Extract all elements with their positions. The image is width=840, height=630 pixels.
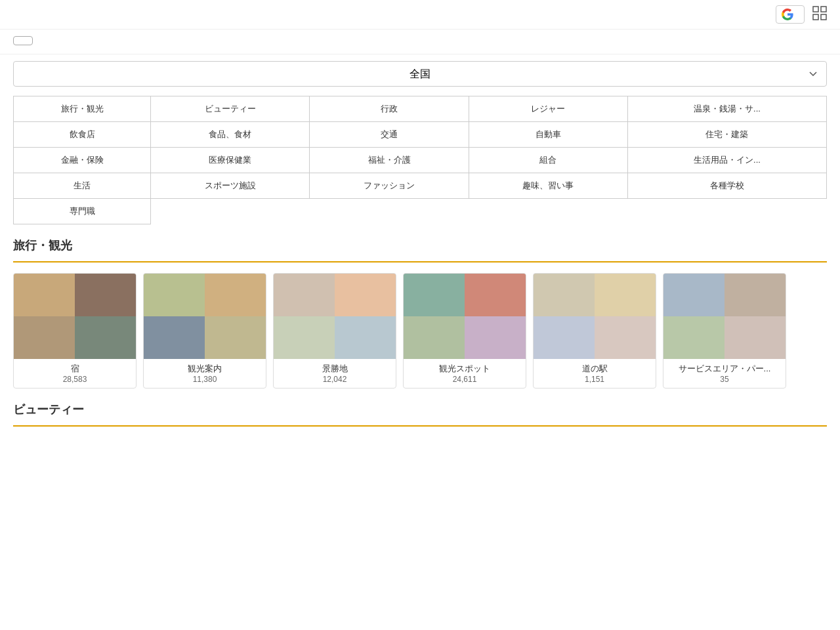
card-name: 観光スポット [409,363,520,375]
category-cell[interactable] [310,199,469,224]
card-info: サービスエリア・パー...35 [663,359,786,388]
card-image-quadrant-4 [595,316,656,359]
category-cell[interactable]: 食品、食材 [151,122,310,148]
card-image [404,274,526,359]
category-cell[interactable]: 金融・保険 [14,148,151,173]
card[interactable]: 宿28,583 [13,273,136,388]
category-cell[interactable]: 住宅・建築 [627,122,826,148]
card-count: 12,042 [279,375,390,384]
card-image-quadrant-1 [14,274,75,316]
card-image-quadrant-4 [335,316,396,359]
svg-rect-1 [821,7,826,12]
section-divider [13,425,827,427]
card-info: 観光スポット24,611 [404,359,526,388]
region-select[interactable]: 全国 北海道 東北 関東 中部 近畿 中国 四国 九州・沖縄 [13,61,827,87]
category-cell[interactable] [469,199,627,224]
category-cell[interactable]: ビューティー [151,96,310,122]
language-selector[interactable] [776,5,805,24]
card-image [534,274,656,359]
section-travel: 旅行・観光宿28,583観光案内11,380景勝地12,042観光スポット24,… [13,238,827,388]
category-cell[interactable]: 専門職 [14,199,151,224]
card[interactable]: 観光スポット24,611 [403,273,526,388]
card-image-quadrant-4 [205,316,266,359]
category-cell[interactable]: 組合 [469,148,627,173]
category-cell[interactable]: レジャー [469,96,627,122]
category-cell[interactable]: 生活用品・イン... [627,148,826,173]
card-image-quadrant-2 [205,274,266,316]
card-count: 11,380 [149,375,261,384]
card-info: 景勝地12,042 [274,359,396,388]
card-image-quadrant-4 [724,316,786,359]
card-name: 宿 [19,363,131,375]
card-image [663,274,786,359]
card-name: 道の駅 [539,363,650,375]
card-image-quadrant-3 [663,316,724,359]
card-image-quadrant-1 [404,274,465,316]
category-cell[interactable]: スポーツ施設 [151,173,310,199]
category-cell[interactable]: 飲食店 [14,122,151,148]
card-image-quadrant-1 [274,274,335,316]
grid-view-icon[interactable] [812,6,827,24]
card-image-quadrant-2 [75,274,136,316]
card-count: 35 [669,375,780,384]
section-divider [13,261,827,262]
category-cell[interactable]: 交通 [310,122,469,148]
card-info: 観光案内11,380 [144,359,266,388]
card-image-quadrant-4 [75,316,136,359]
nav-tab [0,30,840,54]
section-beauty: ビューティー [13,402,827,427]
card[interactable]: 観光案内11,380 [143,273,266,388]
cards-grid: 宿28,583観光案内11,380景勝地12,042観光スポット24,611道の… [13,273,827,388]
category-cell[interactable]: 旅行・観光 [14,96,151,122]
svg-rect-2 [813,14,818,20]
section-title: ビューティー [13,402,827,417]
google-icon [782,9,793,20]
card-image [274,274,396,359]
card-image-quadrant-3 [404,316,465,359]
card-image [144,274,266,359]
section-title: 旅行・観光 [13,238,827,253]
card-image-quadrant-1 [663,274,724,316]
card-image-quadrant-3 [144,316,205,359]
category-cell[interactable]: 自動車 [469,122,627,148]
category-cell[interactable]: 趣味、習い事 [469,173,627,199]
jpbook-tab[interactable] [13,36,33,45]
card-image-quadrant-2 [724,274,786,316]
category-cell[interactable]: ファッション [310,173,469,199]
card-name: サービスエリア・パー... [669,363,780,375]
card-name: 景勝地 [279,363,390,375]
card-image-quadrant-1 [144,274,205,316]
header-right [776,5,827,24]
card-image-quadrant-2 [595,274,656,316]
card-info: 宿28,583 [14,359,136,388]
card-info: 道の駅1,151 [534,359,656,388]
category-cell[interactable]: 各種学校 [627,173,826,199]
category-cell[interactable]: 行政 [310,96,469,122]
card-count: 24,611 [409,375,520,384]
card-image-quadrant-3 [534,316,595,359]
card-name: 観光案内 [149,363,261,375]
region-selector[interactable]: 全国 北海道 東北 関東 中部 近畿 中国 四国 九州・沖縄 [13,61,827,87]
sections-container: 旅行・観光宿28,583観光案内11,380景勝地12,042観光スポット24,… [0,238,840,427]
card-image-quadrant-1 [534,274,595,316]
category-table: 旅行・観光ビューティー行政レジャー温泉・銭湯・サ...飲食店食品、食材交通自動車… [13,96,827,224]
card-image [14,274,136,359]
card[interactable]: 道の駅1,151 [533,273,656,388]
card-count: 1,151 [539,375,650,384]
card[interactable]: サービスエリア・パー...35 [663,273,786,388]
category-cell[interactable]: 温泉・銭湯・サ... [627,96,826,122]
card[interactable]: 景勝地12,042 [273,273,396,388]
card-image-quadrant-3 [14,316,75,359]
card-image-quadrant-2 [335,274,396,316]
svg-rect-3 [821,14,826,20]
svg-rect-0 [813,7,818,12]
card-image-quadrant-3 [274,316,335,359]
card-image-quadrant-4 [465,316,526,359]
card-count: 28,583 [19,375,131,384]
category-cell[interactable] [151,199,310,224]
category-cell[interactable] [627,199,826,224]
card-image-quadrant-2 [465,274,526,316]
category-cell[interactable]: 生活 [14,173,151,199]
category-cell[interactable]: 福祉・介護 [310,148,469,173]
category-cell[interactable]: 医療保健業 [151,148,310,173]
